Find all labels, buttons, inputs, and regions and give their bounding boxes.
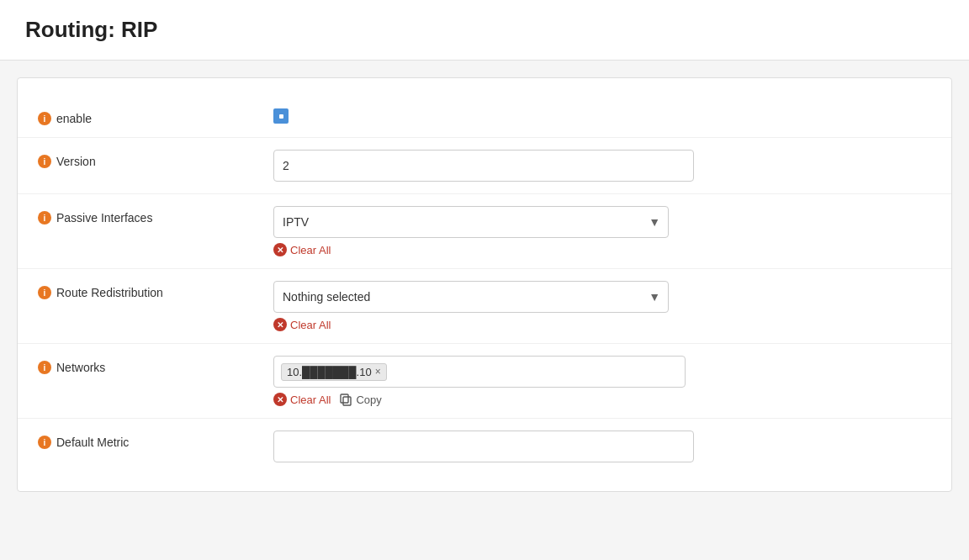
default-metric-input[interactable]: [273, 431, 694, 462]
network-tag: 10.███████.10 ×: [281, 363, 387, 381]
passive-interfaces-select-wrapper: IPTV ▼: [273, 206, 669, 238]
route-redistribution-label: i Route Redistribution: [38, 281, 273, 299]
copy-icon: [339, 393, 352, 406]
enable-label: i enable: [38, 107, 273, 125]
route-redistribution-select[interactable]: Nothing selected: [273, 281, 669, 313]
passive-interfaces-control: IPTV ▼ ✕ Clear All: [273, 206, 931, 256]
enable-row: i enable: [18, 95, 951, 138]
version-label: i Version: [38, 150, 273, 168]
enable-checkbox-container: [273, 107, 931, 124]
route-redistribution-clear-icon: ✕: [273, 318, 287, 331]
networks-info-icon: i: [38, 361, 51, 374]
version-control: [273, 150, 931, 182]
default-metric-info-icon: i: [38, 436, 51, 449]
svg-rect-0: [343, 397, 351, 405]
route-redistribution-select-wrapper: Nothing selected ▼: [273, 281, 669, 313]
networks-tag-input[interactable]: 10.███████.10 ×: [273, 356, 686, 388]
route-redistribution-actions: ✕ Clear All: [273, 318, 931, 331]
svg-rect-1: [341, 394, 348, 403]
default-metric-control: [273, 431, 931, 462]
route-redistribution-control: Nothing selected ▼ ✕ Clear All: [273, 281, 931, 331]
enable-info-icon: i: [38, 112, 51, 125]
passive-interfaces-select[interactable]: IPTV: [273, 206, 669, 238]
passive-interfaces-row: i Passive Interfaces IPTV ▼ ✕ Clear All: [18, 194, 951, 269]
passive-interfaces-info-icon: i: [38, 211, 51, 225]
enable-control: [273, 107, 931, 124]
version-input[interactable]: [273, 150, 694, 182]
version-row: i Version: [18, 138, 951, 194]
page-header: Routing: RIP: [0, 0, 969, 61]
passive-interfaces-label: i Passive Interfaces: [38, 206, 273, 225]
networks-actions: ✕ Clear All Copy: [273, 393, 931, 406]
networks-control: 10.███████.10 × ✕ Clear All Copy: [273, 356, 931, 406]
default-metric-row: i Default Metric: [18, 419, 951, 474]
version-info-icon: i: [38, 155, 51, 168]
networks-row: i Networks 10.███████.10 × ✕ Clear All: [18, 344, 951, 419]
networks-copy-button[interactable]: Copy: [339, 393, 381, 406]
networks-clear-all-button[interactable]: ✕ Clear All: [273, 393, 331, 406]
form-card: i enable i Version i Passive Inter: [17, 77, 952, 492]
networks-clear-icon: ✕: [273, 393, 287, 406]
route-redistribution-clear-all-button[interactable]: ✕ Clear All: [273, 318, 331, 331]
network-tag-remove[interactable]: ×: [375, 367, 381, 377]
passive-interfaces-actions: ✕ Clear All: [273, 243, 931, 256]
passive-interfaces-clear-icon: ✕: [273, 243, 287, 256]
page-title: Routing: RIP: [25, 17, 944, 43]
enable-checkbox[interactable]: [273, 108, 289, 124]
route-redistribution-row: i Route Redistribution Nothing selected …: [18, 269, 951, 344]
default-metric-label: i Default Metric: [38, 431, 273, 449]
network-tag-value: 10.███████.10: [287, 366, 372, 378]
networks-label: i Networks: [38, 356, 273, 374]
passive-interfaces-clear-all-button[interactable]: ✕ Clear All: [273, 243, 331, 256]
route-redistribution-info-icon: i: [38, 286, 51, 299]
content-area: i enable i Version i Passive Inter: [0, 61, 969, 509]
